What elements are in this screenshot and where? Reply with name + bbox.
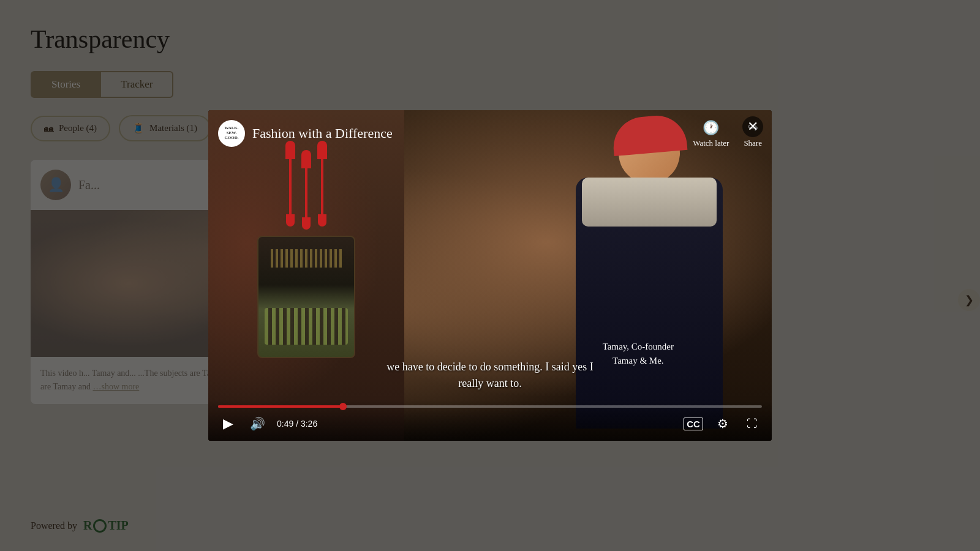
modal-close-button[interactable]: ✕ [742,116,763,137]
modal-overlay[interactable]: ✕ [0,0,980,551]
progress-bar[interactable] [218,405,762,408]
channel-logo: WALK. SEW. GOOD. [218,120,245,147]
settings-button[interactable]: ⚙ [713,414,733,433]
channel-logo-text: WALK. SEW. GOOD. [224,126,238,140]
video-frame: WALK. SEW. GOOD. Fashion with a Differen… [208,110,772,441]
controls-row: ▶ 🔊 0:49 / 3:26 CC ⚙ [218,414,762,433]
watch-later-label: Watch later [693,138,729,148]
volume-button[interactable]: 🔊 [247,414,267,433]
close-icon: ✕ [747,119,758,135]
share-label: Share [744,138,762,148]
video-channel-info: WALK. SEW. GOOD. Fashion with a Differen… [218,120,393,147]
fullscreen-button[interactable]: ⛶ [742,414,762,433]
volume-icon: 🔊 [250,416,265,431]
controls-right: CC ⚙ ⛶ [684,414,762,433]
video-subtitle-area: we have to decide to do something. I sai… [265,359,715,392]
subtitle-line2: really want to. [265,375,715,392]
progress-dot [339,403,347,410]
cc-icon: CC [684,418,703,430]
video-title: Fashion with a Difference [252,126,393,141]
controls-left: ▶ 🔊 0:49 / 3:26 [218,414,317,433]
video-container: WALK. SEW. GOOD. Fashion with a Differen… [208,110,772,441]
video-modal: ✕ [208,110,772,441]
time-display: 0:49 / 3:26 [277,419,317,429]
video-subtitle: we have to decide to do something. I sai… [265,359,715,392]
play-button[interactable]: ▶ [218,414,238,433]
progress-fill [218,405,343,408]
captions-button[interactable]: CC [684,414,703,433]
attribution-line1: Tamay, Co-founder [603,340,674,354]
fullscreen-icon: ⛶ [747,418,758,430]
watch-later-button[interactable]: 🕐 Watch later [693,120,729,148]
watch-later-icon: 🕐 [703,120,719,136]
video-controls: ▶ 🔊 0:49 / 3:26 CC ⚙ [208,400,772,441]
settings-icon: ⚙ [717,416,728,431]
video-top-bar: WALK. SEW. GOOD. Fashion with a Differen… [218,120,762,148]
subtitle-line1: we have to decide to do something. I sai… [265,359,715,375]
